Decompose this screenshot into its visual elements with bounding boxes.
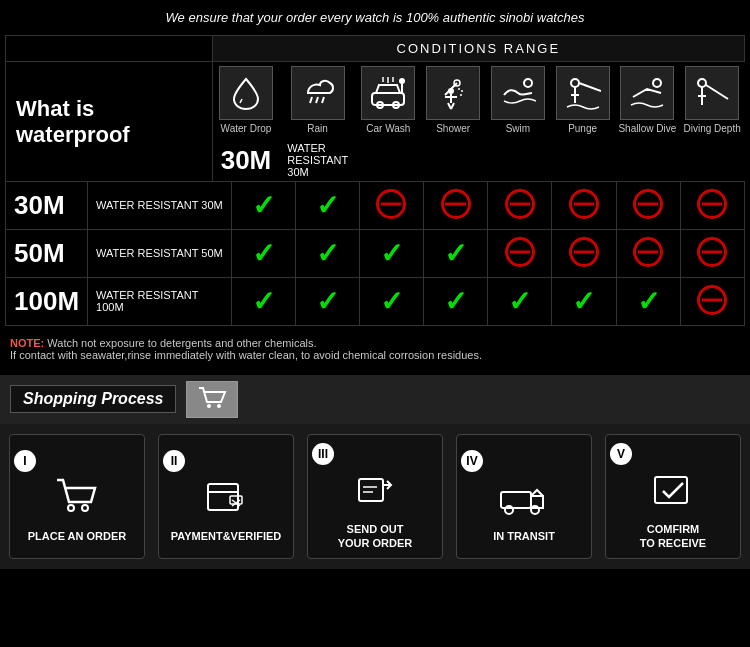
svg-point-26: [207, 404, 211, 408]
30m-check2: ✓: [296, 181, 360, 229]
waterproof-table: CONDITIONS RANGE What is waterproof Wate…: [5, 35, 745, 183]
punge-label: Punge: [552, 123, 613, 134]
punge-icon-box: [556, 66, 610, 120]
step-1-num: I: [14, 450, 36, 472]
diving-depth-label: Diving Depth: [682, 123, 743, 134]
svg-point-14: [448, 88, 454, 94]
shopping-title: Shopping Process: [10, 385, 176, 413]
note-section: NOTE: Watch not exposure to detergents a…: [0, 331, 750, 371]
50m-desc: WATER RESISTANT 50M: [88, 229, 232, 277]
50m-check3: ✓: [359, 229, 423, 277]
100m-label: 100M: [6, 277, 88, 325]
cart-icon: [197, 386, 227, 410]
rain-label: Rain: [281, 123, 354, 134]
30m-cross7: [616, 181, 680, 229]
30m-cross3: [359, 181, 423, 229]
100m-desc: WATER RESISTANT 100M: [88, 277, 232, 325]
col-rain: Rain: [279, 62, 356, 139]
svg-point-21: [460, 94, 462, 96]
shower-icon: [435, 75, 471, 111]
shallow-dive-icon: [629, 75, 665, 111]
svg-point-19: [458, 88, 460, 90]
30m-desc: WATER RESISTANT 30M: [88, 181, 232, 229]
svg-rect-33: [359, 479, 383, 501]
col-car-wash: Car Wash: [356, 62, 421, 139]
water-drop-label: Water Drop: [215, 123, 278, 134]
shower-label: Shower: [423, 123, 484, 134]
50m-label: 50M: [6, 229, 88, 277]
50m-cross8: [680, 229, 744, 277]
no-entry-icon: [697, 285, 727, 315]
svg-point-25: [698, 79, 706, 87]
no-entry-icon: [569, 237, 599, 267]
cart-icon-header: [186, 381, 238, 418]
30m-cross8: [680, 181, 744, 229]
svg-line-18: [451, 103, 454, 109]
send-out-icon: [353, 471, 397, 516]
no-entry-icon: [505, 189, 535, 219]
100m-check1: ✓: [232, 277, 296, 325]
100m-check7: ✓: [616, 277, 680, 325]
100m-data-row: 100M WATER RESISTANT 100M ✓ ✓ ✓ ✓ ✓ ✓ ✓: [6, 277, 745, 325]
step-in-transit: IV IN TRANSIT: [456, 434, 592, 560]
step-5-num: V: [610, 443, 632, 465]
50m-check1: ✓: [232, 229, 296, 277]
50m-cross5: [488, 229, 552, 277]
note-label: NOTE:: [10, 337, 44, 349]
swim-icon: [500, 75, 536, 111]
top-banner: We ensure that your order every watch is…: [0, 0, 750, 35]
punge-icon: [565, 75, 601, 111]
100m-check6: ✓: [552, 277, 616, 325]
transit-icon: [499, 478, 549, 523]
step-4-num: IV: [461, 450, 483, 472]
shower-icon-box: [426, 66, 480, 120]
svg-point-22: [524, 79, 532, 87]
30m-check1: ✓: [232, 181, 296, 229]
step-1-label: PLACE AN ORDER: [28, 529, 127, 543]
no-entry-icon: [441, 189, 471, 219]
svg-point-27: [217, 404, 221, 408]
label-30m: 30M: [212, 138, 279, 182]
step-5-label: COMFIRMTO RECEIVE: [640, 522, 706, 551]
swim-icon-box: [491, 66, 545, 120]
rain-icon: [300, 75, 336, 111]
waterproof-section: CONDITIONS RANGE What is waterproof Wate…: [0, 35, 750, 331]
steps-row: I PLACE AN ORDER II PAYMENT: [0, 424, 750, 570]
car-wash-icon-box: [361, 66, 415, 120]
svg-line-0: [240, 99, 242, 103]
rain-icon-box: [291, 66, 345, 120]
waterproof-data-table: 30M WATER RESISTANT 30M ✓ ✓ 50M WATER RE…: [5, 181, 745, 326]
desc-30m: WATER RESISTANT 30M: [279, 138, 356, 182]
conditions-header: CONDITIONS RANGE: [212, 36, 744, 62]
step-3-label: SEND OUTYOUR ORDER: [338, 522, 413, 551]
diving-depth-icon: [694, 75, 730, 111]
100m-check3: ✓: [359, 277, 423, 325]
30m-label: 30M: [6, 181, 88, 229]
50m-check4: ✓: [423, 229, 487, 277]
100m-check4: ✓: [423, 277, 487, 325]
col-swim: Swim: [485, 62, 550, 139]
50m-cross7: [616, 229, 680, 277]
waterproof-title: What is waterproof: [6, 62, 213, 183]
note-line2: If contact with seawater,rinse immediate…: [10, 349, 740, 361]
diving-depth-icon-box: [685, 66, 739, 120]
place-order-icon: [55, 478, 99, 523]
car-wash-label: Car Wash: [358, 123, 419, 134]
svg-point-20: [461, 90, 463, 92]
no-entry-icon: [633, 237, 663, 267]
shopping-header: Shopping Process: [0, 375, 750, 424]
30m-cross5: [488, 181, 552, 229]
no-entry-icon: [697, 237, 727, 267]
banner-text: We ensure that your order every watch is…: [166, 10, 585, 25]
conditions-header-row: CONDITIONS RANGE: [6, 36, 745, 62]
50m-cross6: [552, 229, 616, 277]
svg-point-7: [399, 78, 405, 84]
step-2-num: II: [163, 450, 185, 472]
col-diving-depth: Diving Depth: [680, 62, 745, 139]
icons-row: What is waterproof Water Drop: [6, 62, 745, 139]
svg-point-29: [82, 505, 88, 511]
svg-point-24: [653, 79, 661, 87]
svg-line-3: [322, 97, 324, 103]
payment-icon: [204, 478, 248, 523]
no-entry-icon: [697, 189, 727, 219]
